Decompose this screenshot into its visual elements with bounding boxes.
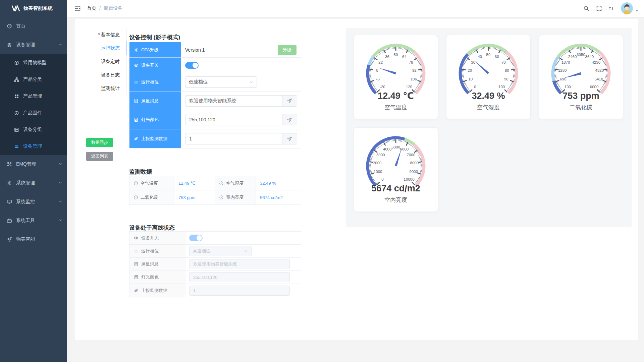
app-logo[interactable]: 物美智能系统 [0,0,67,17]
svg-text:60: 60 [495,55,499,59]
svg-text:-20: -20 [380,85,385,89]
svg-text:6000: 6000 [590,85,599,89]
offline-row-label-light-color: 灯光颜色 [129,271,186,284]
gear-level-select[interactable]: 高速档位 [189,246,252,256]
cube-icon [14,60,19,65]
shadow-row-value-power [181,58,301,73]
shadow-row-label-report-data: 上报监测数据 [129,129,181,148]
chevron-down-icon [58,199,62,204]
svg-text:2460: 2460 [568,55,577,59]
sidebar-item-wumei[interactable]: 物美智能 [0,230,67,249]
layers-icon [7,42,12,48]
power-switch[interactable] [185,62,199,69]
sidebar-item-product-category[interactable]: 产品分类 [0,71,67,88]
sidebar-item-label: EMQ管理 [16,161,58,167]
chevron-down-icon [249,80,253,84]
screen-message-input-disabled: 欢迎使用物美智能系统 [189,259,290,269]
sidebar-item-home[interactable]: 首页 [0,17,67,36]
sidebar-item-product-mgmt[interactable]: 产品管理 [0,88,67,105]
sidebar-item-device-mgmt[interactable]: 设备管理 [0,138,67,155]
svg-text:92: 92 [412,68,417,72]
search-icon[interactable] [583,5,589,11]
gauge-value: 32.49 % [472,91,505,101]
light-color-input[interactable] [185,114,282,125]
sidebar-item-sys-tools[interactable]: 系统工具 [0,211,67,230]
offline-row-label-power: 设备开关 [129,232,186,245]
sidebar-item-label: 产品固件 [23,110,42,116]
breadcrumb-home[interactable]: 首页 [87,5,96,11]
gauge-needle [475,61,489,74]
svg-text:T: T [611,6,614,11]
ota-value: Version 1 [185,47,205,53]
lines-icon [134,249,139,253]
tab-monitor-stats[interactable]: 监测统计 [75,81,120,95]
light-color-input-group [185,114,297,125]
upgrade-button[interactable]: 升级 [278,45,297,55]
svg-text:0: 0 [474,85,476,89]
svg-text:T: T [609,7,611,11]
gauge-value: 753 ppm [562,91,599,101]
offline-section-title: 设备处于离线状态 [129,224,175,232]
gauge-value: 5674 cd/m2 [371,183,420,193]
sidebar-item-emq[interactable]: EMQ管理 [0,155,67,174]
report-data-input[interactable] [185,133,282,144]
back-to-list-button[interactable]: 返回列表 [86,152,113,161]
svg-text:5410: 5410 [595,77,603,81]
tab-run-status[interactable]: 运行状态 [75,41,120,55]
screen-message-input[interactable] [185,96,282,106]
gauge-icon [219,195,224,200]
app-root: 物美智能系统 首页设备管理通用物模型产品分类产品管理产品固件设备分组设备管理EM… [0,0,644,362]
svg-text:3640: 3640 [585,55,594,59]
chevron-up-icon [58,43,62,48]
gear-level-select[interactable]: 低速档位 [185,76,257,88]
monitor-value-brightness: 5674 cd/m2 [256,190,302,204]
send-button[interactable] [282,96,297,106]
svg-text:30: 30 [471,60,475,64]
sidebar-item-label: 产品管理 [23,93,42,99]
chevron-down-icon [58,181,62,186]
grid-icon [14,94,19,99]
gauge-title: 空气温度 [384,104,407,111]
fullscreen-icon[interactable] [596,5,602,11]
data-sync-button[interactable]: 数据同步 [86,138,113,147]
avatar[interactable] [621,2,633,14]
gear-level-select-value: 低速档位 [189,79,208,85]
sidebar-item-system[interactable]: 系统管理 [0,174,67,192]
power-switch[interactable] [189,235,203,241]
firmware-icon [14,111,19,116]
sidebar-submenu: 通用物模型产品分类产品管理产品固件设备分组设备管理 [0,54,67,155]
tab-basic-info[interactable]: *基本信息 [75,28,120,41]
eye-icon [134,63,139,68]
shadow-row-label-ota: OTA升级 [129,42,181,58]
svg-text:7000: 7000 [407,153,416,157]
sidebar-item-device-group[interactable]: 设备分组 [0,121,67,138]
gauge-icon [133,195,138,200]
shadow-row-label-gear-level: 运行档位 [129,73,181,92]
dashboard-icon [7,23,12,29]
sidebar-item-sys-monitor[interactable]: 系统监控 [0,192,67,211]
sidebar-item-device[interactable]: 设备管理 [0,36,67,54]
caret-down-icon[interactable] [635,9,639,13]
sidebar-item-thing-model[interactable]: 通用物模型 [0,54,67,71]
monitor-label-brightness: 室内亮度 [215,190,256,204]
sidebar-item-product-firmware[interactable]: 产品固件 [0,105,67,121]
send-button[interactable] [282,133,297,144]
svg-text:9000: 9000 [410,170,418,174]
tab-device-log[interactable]: 设备日志 [75,68,120,81]
svg-text:8: 8 [376,68,378,72]
screen-message-input-group [185,95,297,107]
collapse-menu-icon[interactable] [74,5,81,12]
clip-icon [134,288,139,293]
tab-device-timer[interactable]: 设备定时 [75,55,120,68]
svg-text:1000: 1000 [374,170,382,174]
svg-text:120: 120 [406,85,412,89]
svg-text:80: 80 [505,68,509,72]
bars-icon [14,144,19,149]
svg-text:1870: 1870 [561,60,570,64]
gear-level-select-value: 高速档位 [193,248,210,254]
font-size-icon[interactable]: TT [609,5,615,11]
gauge-card-temperature: -20-6822365064789210612012.49 ℃空气温度 [354,35,438,119]
gauge-needle [395,149,401,166]
logo-icon [11,4,20,13]
send-button[interactable] [282,114,297,125]
